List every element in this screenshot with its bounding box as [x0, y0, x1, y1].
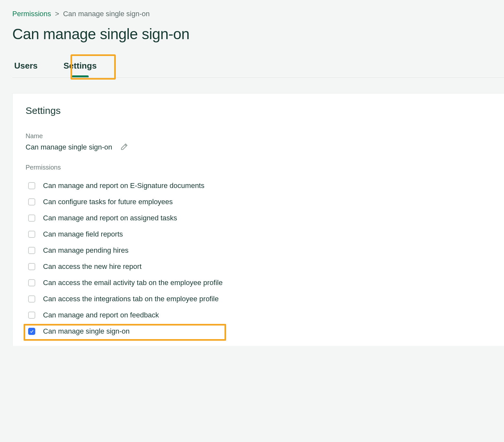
- breadcrumb: Permissions > Can manage single sign-on: [12, 10, 504, 18]
- permission-label: Can manage and report on assigned tasks: [43, 214, 177, 222]
- permission-checkbox[interactable]: [28, 263, 35, 270]
- permission-checkbox[interactable]: [28, 295, 35, 303]
- permission-label: Can manage single sign-on: [43, 327, 130, 336]
- permission-row: Can access the new hire report: [26, 259, 491, 275]
- permission-checkbox[interactable]: [28, 215, 35, 222]
- permission-checkbox[interactable]: [28, 312, 35, 319]
- permission-label: Can access the email activity tab on the…: [43, 279, 223, 287]
- permission-row: Can configure tasks for future employees: [26, 194, 491, 210]
- permission-label: Can access the integrations tab on the e…: [43, 295, 219, 303]
- permission-row: Can manage and report on assigned tasks: [26, 210, 491, 226]
- permission-row: Can manage and report on feedback: [26, 307, 491, 323]
- page-title: Can manage single sign-on: [12, 25, 504, 43]
- permission-row: Can manage single sign-on: [26, 323, 491, 339]
- tabs: Users Settings: [12, 59, 504, 78]
- permission-row: Can manage and report on E-Signature doc…: [26, 178, 491, 194]
- permission-row: Can access the integrations tab on the e…: [26, 291, 491, 307]
- permission-label: Can access the new hire report: [43, 262, 142, 271]
- permission-label: Can manage and report on feedback: [43, 311, 159, 319]
- breadcrumb-current: Can manage single sign-on: [63, 10, 150, 18]
- permission-checkbox[interactable]: [28, 247, 35, 254]
- permission-checkbox[interactable]: [28, 328, 35, 335]
- permissions-list: Can manage and report on E-Signature doc…: [26, 178, 491, 339]
- permission-checkbox[interactable]: [28, 231, 35, 238]
- permission-checkbox[interactable]: [28, 198, 35, 205]
- tab-settings[interactable]: Settings: [62, 59, 98, 77]
- permission-checkbox[interactable]: [28, 182, 35, 189]
- tab-users[interactable]: Users: [13, 59, 39, 77]
- permission-row: Can manage field reports: [26, 226, 491, 242]
- pencil-icon[interactable]: [120, 142, 128, 152]
- permissions-field-label: Permissions: [26, 164, 491, 171]
- permission-label: Can manage field reports: [43, 230, 123, 238]
- breadcrumb-separator: >: [55, 10, 59, 18]
- breadcrumb-root-link[interactable]: Permissions: [12, 10, 51, 18]
- permission-checkbox[interactable]: [28, 279, 35, 286]
- panel-title: Settings: [26, 105, 491, 116]
- permission-label: Can configure tasks for future employees: [43, 198, 173, 206]
- name-field-label: Name: [26, 132, 491, 140]
- name-field-value: Can manage single sign-on: [26, 143, 112, 151]
- permission-row: Can manage pending hires: [26, 242, 491, 259]
- permission-row: Can access the email activity tab on the…: [26, 275, 491, 291]
- permission-label: Can manage and report on E-Signature doc…: [43, 182, 204, 190]
- permission-label: Can manage pending hires: [43, 246, 128, 255]
- settings-panel: Settings Name Can manage single sign-on …: [12, 93, 504, 346]
